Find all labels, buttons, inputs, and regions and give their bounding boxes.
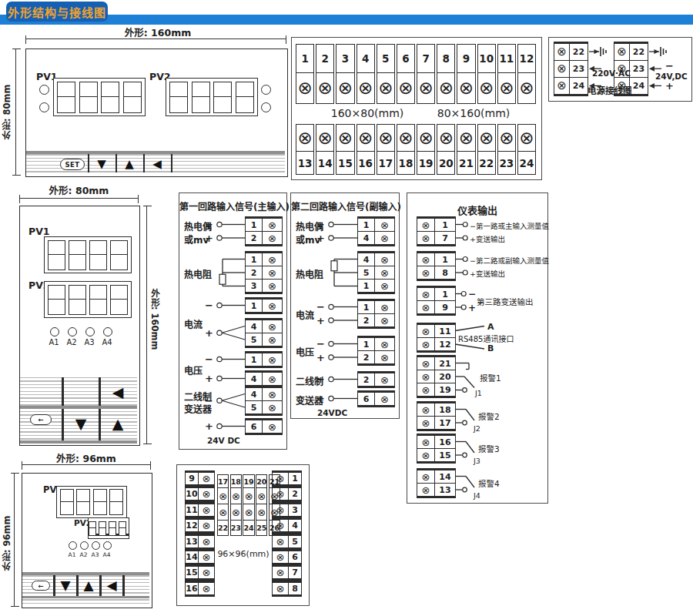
height-dimension-label: 外形: 80mm	[2, 73, 12, 150]
terminal-cell: 6⊗	[357, 392, 395, 406]
screw-icon: ⊗	[263, 219, 282, 231]
terminal-number: 1	[296, 45, 313, 73]
supply-note: 24VDC	[317, 408, 371, 418]
terminal-block: 6⊗	[357, 390, 395, 407]
svg-text:+: +	[468, 303, 476, 313]
terminal-block: 1⊗2⊗	[245, 216, 283, 246]
screw-icon: ⊗	[270, 504, 280, 521]
terminal-cell: 2⊗	[357, 373, 395, 387]
output-description: +变送输出	[470, 268, 547, 277]
terminal-cell: ⊗7	[272, 566, 302, 579]
terminal-number: 15	[435, 449, 455, 461]
up-key-icon: ▲	[79, 576, 99, 594]
dc-voltage-label: 24V,DC	[655, 72, 693, 82]
terminal-number: 23	[498, 152, 515, 174]
signal-type-label: 热电偶	[296, 219, 342, 230]
screw-icon: ⊗	[417, 219, 435, 231]
terminal-number: 14	[316, 152, 333, 174]
terminal-number: 17	[218, 475, 228, 488]
signal-type-label: 变送器	[184, 402, 230, 413]
terminal-number: 15	[336, 152, 353, 174]
size-label: 160×80(mm)	[313, 105, 421, 121]
screw-icon: ⊗	[478, 73, 495, 103]
screw-icon: ⊗	[375, 232, 394, 244]
terminal-cell: ⊗5	[272, 535, 302, 548]
svg-text:−: −	[205, 300, 213, 311]
terminal-number: 23	[570, 61, 588, 77]
terminal-number: 16	[435, 436, 455, 448]
terminal-cell: 9⊗	[457, 44, 475, 104]
terminal-number: 21	[457, 152, 474, 174]
signal-type-label: 二线制	[296, 374, 342, 385]
output-description: −第一路或主输入测量值	[470, 220, 547, 229]
terminal-number: 2	[246, 266, 263, 279]
terminal-number: 3	[289, 504, 301, 516]
terminal-number: 5	[246, 333, 263, 346]
terminal-column: 20⊗⊗25	[256, 474, 267, 536]
screw-icon: ⊗	[231, 504, 241, 521]
alarm-label: 报警1	[480, 372, 518, 381]
digit-cell	[89, 285, 107, 315]
terminal-number: 4	[358, 232, 375, 244]
signal-type-label: 或mv	[296, 233, 342, 243]
terminal-cell: 4⊗	[357, 253, 395, 266]
screw-icon: ⊗	[263, 420, 282, 433]
supply-note: 24V DC	[207, 436, 261, 446]
terminal-cell: ⊗16	[417, 435, 456, 449]
terminal-number: 4	[246, 320, 263, 333]
terminal-number: 2	[358, 373, 375, 386]
screw-icon: ⊗	[417, 288, 435, 300]
output-block: ⊗1⊗8−第二路或副输入测量值+变送输出	[407, 251, 547, 280]
terminal-cell: 2⊗	[357, 351, 395, 364]
terminal-block: 11⊗	[185, 502, 215, 518]
width-dimension-label: 外形: 96mm	[48, 452, 125, 463]
terminal-number: 13	[186, 536, 199, 547]
screw-icon: ⊗	[263, 353, 282, 366]
screw-icon: ⊗	[375, 219, 394, 231]
screw-icon: ⊗	[417, 357, 435, 370]
alarm-led	[68, 327, 77, 336]
loop1-input-box: 第一回路输入信号(主输入)−+1⊗2⊗热电偶或mv1⊗2⊗3⊗热电阻−+1⊗4⊗…	[179, 192, 287, 450]
terminal-number: 8	[435, 266, 455, 279]
screw-icon: ⊗	[263, 280, 282, 292]
terminal-number: 25	[256, 521, 266, 535]
terminal-block: ⊗6	[272, 549, 302, 565]
terminal-number: 26	[270, 521, 280, 535]
segment-display	[53, 78, 146, 116]
pv1-label: PV1	[28, 226, 52, 236]
alarm-led	[261, 85, 271, 95]
terminal-cell: ⊗9	[417, 301, 456, 314]
terminal-number: 1	[435, 253, 455, 266]
meter-80x160-front: PV1PV2A1A2A3A4◀←▼▲	[19, 206, 140, 446]
alarm-led	[103, 541, 112, 550]
width-dimension-label: 外形: 80mm	[42, 184, 116, 195]
terminal-cell: ⊗16	[357, 124, 375, 175]
terminal-block: ⊗8	[272, 581, 302, 597]
input-group: 1⊗2⊗3⊗热电阻	[179, 251, 286, 294]
terminal-cell: 10⊗	[477, 44, 496, 104]
screw-icon: ⊗	[518, 73, 535, 103]
screw-icon: ⊗	[263, 388, 282, 400]
terminal-cell: 1⊗	[357, 300, 395, 314]
terminal-number: 7	[417, 45, 434, 73]
terminal-block: ⊗22⊗23⊗24	[554, 42, 588, 96]
terminal-block: 15⊗	[185, 564, 215, 581]
alarm-led	[39, 85, 49, 95]
terminal-block: ⊗21⊗20⊗19	[417, 355, 456, 398]
screw-icon: ⊗	[273, 551, 289, 563]
key-divider	[171, 154, 172, 172]
output-block: ⊗16⊗15报警3J3	[407, 434, 547, 463]
decimal-dot	[126, 534, 129, 536]
alarm-led	[50, 327, 59, 336]
band-bar	[22, 596, 149, 598]
terminal-block: ⊗14⊗13	[417, 468, 456, 498]
terminal-cell: 1⊗	[245, 218, 283, 232]
signal-type-label: 热电阻	[184, 267, 230, 278]
terminal-number: 18	[397, 152, 414, 174]
digit-cell	[109, 489, 123, 515]
terminal-cell: 4⊗	[245, 387, 283, 401]
terminal-block: 13⊗	[185, 534, 215, 550]
terminal-number: 12	[186, 520, 199, 531]
screw-icon: ⊗	[377, 125, 394, 152]
alarm-label: 报警3	[478, 443, 517, 452]
